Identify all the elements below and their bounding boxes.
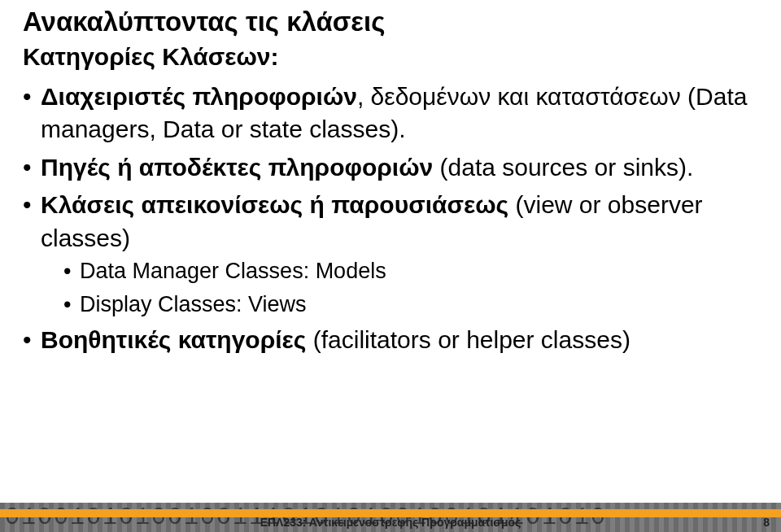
page-number: 8 [763,516,770,529]
slide: Ανακαλύπτοντας τις κλάσεις Κατηγορίες Κλ… [0,0,781,532]
list-item: Κλάσεις απεικονίσεως ή παρουσιάσεως (vie… [23,189,758,319]
sublist: Data Manager Classes: Models Display Cla… [41,256,758,319]
bullet-bold: Πηγές ή αποδέκτες πληροφοριών [41,154,433,181]
bullet-bold: Κλάσεις απεικονίσεως ή παρουσιάσεως [41,191,508,218]
page-title: Ανακαλύπτοντας τις κλάσεις [23,7,758,37]
footer-course: ΕΠΛ233: Αντικειμενοστρεφής Προγραμματισμ… [0,516,781,529]
bullet-bold: Διαχειριστές πληροφοριών [41,83,357,110]
list-item: Display Classes: Views [63,290,758,319]
sub-text: Data Manager Classes: Models [80,259,386,283]
bullet-rest: (data sources or sinks). [433,154,693,181]
bullet-list: Διαχειριστές πληροφοριών, δεδομένων και … [23,81,758,357]
subtitle: Κατηγορίες Κλάσεων: [23,41,758,72]
sub-text: Display Classes: Views [80,292,307,316]
list-item: Πηγές ή αποδέκτες πληροφοριών (data sour… [23,151,758,185]
list-item: Βοηθητικές κατηγορίες (facilitators or h… [23,324,758,357]
footer: 0100101010010011101010100100101101010 ΕΠ… [0,486,781,532]
slide-content: Ανακαλύπτοντας τις κλάσεις Κατηγορίες Κλ… [0,0,781,357]
list-item: Διαχειριστές πληροφοριών, δεδομένων και … [23,81,758,146]
bullet-rest: (facilitators or helper classes) [306,326,630,353]
bullet-bold: Βοηθητικές κατηγορίες [41,326,306,353]
list-item: Data Manager Classes: Models [63,256,758,286]
